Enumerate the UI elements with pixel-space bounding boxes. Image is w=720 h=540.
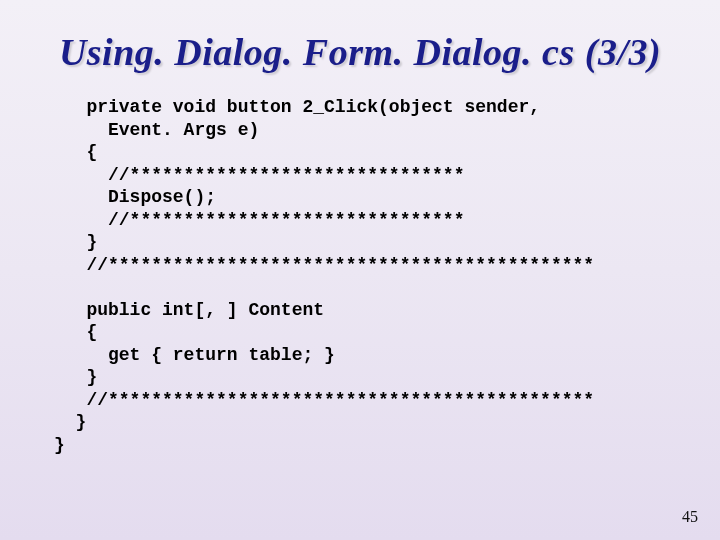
page-number: 45	[682, 508, 698, 526]
code-block: private void button 2_Click(object sende…	[54, 96, 690, 456]
slide-title: Using. Dialog. Form. Dialog. cs (3/3)	[30, 30, 690, 74]
slide: Using. Dialog. Form. Dialog. cs (3/3) pr…	[0, 0, 720, 540]
